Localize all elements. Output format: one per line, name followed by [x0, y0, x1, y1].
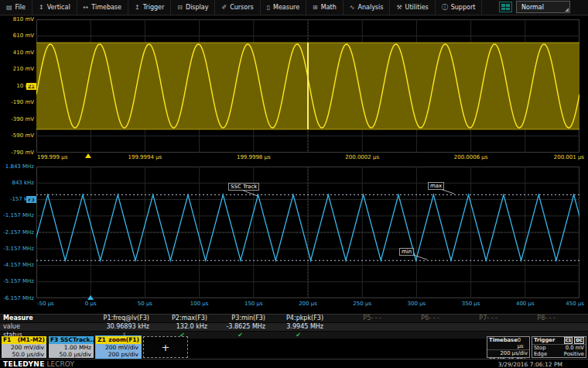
- trigger-label: Trigger: [534, 337, 555, 344]
- trace-box-f3[interactable]: F3 SSCTrack...1.00 MHz50.0 µs/div: [49, 336, 94, 358]
- x-axis-label-topc: 200.0002 µs: [335, 154, 389, 161]
- grid-layout-icon[interactable]: [499, 2, 512, 12]
- measure-table: Measure P1:freq@lv(F3)P2:max(F3)P3:min(F…: [0, 314, 588, 339]
- trace-box-z1[interactable]: Z1zoom(F1)200 mV/div200 ps/div: [96, 336, 141, 358]
- trace-box-scale: 1.00 MHz: [51, 344, 91, 351]
- trigger-descriptor-box[interactable]: Trigger C1 DC Stop 0.0 mV Edge Positive: [532, 336, 586, 358]
- top-graticule-z1-zoom[interactable]: [36, 19, 579, 153]
- x-axis-label-topc: 199.9994 µs: [118, 154, 172, 161]
- menu-item-label: Cursors: [230, 4, 253, 11]
- menu-item-label: File: [15, 4, 26, 11]
- menu-item-math[interactable]: ⊞Math: [306, 0, 344, 15]
- trace-box-scale: 200 mV/div: [98, 344, 138, 351]
- trace-box-header: F3 SSCTrack...: [49, 336, 94, 344]
- utilities-icon: ⚒: [396, 5, 402, 11]
- x-axis-label-botc: 200 µs: [281, 301, 335, 308]
- x-axis-label-topc: 200.0006 µs: [444, 154, 498, 161]
- trace-box-title: Z1: [97, 336, 106, 344]
- menu-item-label: Utilities: [405, 4, 429, 11]
- support-icon: ⓘ: [442, 5, 448, 11]
- x-axis-label-botc: 250 µs: [335, 301, 389, 308]
- measure-value-cell-p3: -3.8625 MHz: [211, 323, 269, 331]
- x-axis-label-botc: 300 µs: [389, 301, 443, 308]
- trace-box-timebase: 50.0 µs/div: [51, 351, 91, 358]
- menu-item-cursors[interactable]: ✐Cursors: [215, 0, 260, 15]
- display-mode-dropdown[interactable]: Normal: [516, 1, 570, 13]
- trace-box-values: 200 mV/div200 ps/div: [96, 344, 141, 358]
- measure-value-cell-p7: [443, 323, 501, 331]
- trace-box-values: 1.00 MHz50.0 µs/div: [49, 344, 94, 358]
- trace-box-timebase: 50.0 µs/div: [4, 351, 44, 358]
- trace-box-timebase: 200 ps/div: [98, 351, 138, 358]
- menu-item-timebase[interactable]: ↔Timebase: [77, 0, 128, 15]
- bottom-graticule-f3-ssctrack[interactable]: [36, 167, 579, 298]
- measure-header-cell-p6[interactable]: P6- - -: [385, 315, 443, 322]
- y-axis-label-top: 610 mV: [0, 33, 34, 40]
- measure-header-cell-p5[interactable]: P5- - -: [327, 315, 385, 322]
- menu-item-measure[interactable]: ▯Measure: [261, 0, 306, 15]
- menu-item-label: Display: [186, 4, 209, 11]
- measure-value-cell-p8: [501, 323, 559, 331]
- timebase-descriptor-box[interactable]: Timebase 0 µs 200 µs/div 80 MS 40 GS/s: [487, 336, 530, 358]
- menu-items: ▤File↕Vertical↔Timebase↥Trigger⊟Display✐…: [0, 0, 482, 15]
- measure-header-cell-p3[interactable]: P3:min(F3): [211, 315, 269, 322]
- trigger-position-marker-bottom[interactable]: [87, 295, 94, 300]
- trace-box-values: 200 mV/div50.0 µs/div: [2, 344, 46, 358]
- measure-header-cell-p1[interactable]: P1:freq@lv(F3): [95, 315, 153, 322]
- display-icon: ⊟: [177, 5, 183, 11]
- measure-header-cell-p4[interactable]: P4:pkpk(F3): [269, 315, 327, 322]
- trigger-level: 0.0 mV: [566, 345, 584, 351]
- x-axis-label-botc: 100 µs: [173, 301, 227, 308]
- y-axis-label-bottom: 843 kHz: [0, 180, 34, 187]
- measure-status-cell-p3: ✔: [211, 332, 269, 339]
- measure-row-label-value: value: [0, 323, 95, 331]
- vertical-icon: ↕: [39, 5, 44, 11]
- menu-item-vertical[interactable]: ↕Vertical: [32, 0, 77, 15]
- menu-item-label: Measure: [273, 4, 299, 11]
- measure-table-title: Measure: [0, 315, 95, 322]
- y-axis-label-top: -390 mV: [0, 116, 34, 123]
- menu-item-label: Timebase: [91, 4, 121, 11]
- measure-header-cell-p7[interactable]: P7- - -: [443, 315, 501, 322]
- timebase-offset: 0 µs: [518, 337, 528, 349]
- trace-box-title: F3 SSCTrack...: [50, 336, 94, 344]
- y-axis-label-bottom: 1.843 MHz: [0, 163, 34, 170]
- trace-box-f1[interactable]: F1(M1-M2)200 mV/div50.0 µs/div: [2, 336, 46, 358]
- measure-value-cell-p5: [327, 323, 385, 331]
- menu-item-file[interactable]: ▤File: [0, 0, 32, 15]
- menu-item-label: Analysis: [357, 4, 383, 11]
- menu-item-analysis[interactable]: ∿Analysis: [344, 0, 391, 15]
- menu-item-utilities[interactable]: ⚒Utilities: [390, 0, 435, 15]
- trigger-position-marker-top[interactable]: [85, 153, 91, 158]
- timebase-per-div: 200 µs/div: [500, 350, 528, 356]
- measure-header-cell-p8[interactable]: P8- - -: [501, 315, 559, 322]
- oscilloscope-screen: ▤File↕Vertical↔Timebase↥Trigger⊟Display✐…: [0, 0, 588, 368]
- z1-zero-level-badge[interactable]: Z1: [26, 83, 36, 90]
- menu-item-support[interactable]: ⓘSupport: [436, 0, 483, 15]
- y-axis-label-bottom: -1.157 MHz: [0, 212, 34, 219]
- menu-item-display[interactable]: ⊟Display: [171, 0, 215, 15]
- trigger-source-badge: C1: [564, 337, 573, 344]
- trigger-icon: ↥: [135, 5, 140, 11]
- measure-icon: ▯: [267, 5, 270, 11]
- trigger-slope: Positive: [564, 351, 584, 357]
- y-axis-label-bottom: -2.157 MHz: [0, 229, 34, 236]
- measure-value-cell-p4: 3.9945 MHz: [269, 323, 327, 331]
- math-icon: ⊞: [313, 5, 318, 11]
- trace-box-scale: 200 mV/div: [4, 344, 44, 351]
- y-axis-label-bottom: -3.157 MHz: [0, 246, 34, 253]
- menu-item-label: Math: [321, 4, 337, 11]
- measure-header-cell-p2[interactable]: P2:max(F3): [153, 315, 211, 322]
- file-icon: ▤: [6, 5, 12, 11]
- x-axis-label-topc: 199.999 µs: [37, 154, 91, 161]
- measure-value-cell-p1: 30.96893 kHz: [95, 323, 153, 331]
- y-axis-label-top: -190 mV: [0, 99, 34, 106]
- cursors-icon: ✐: [221, 5, 227, 11]
- measure-value-cell-p6: [385, 323, 443, 331]
- footer-bar: TELEDYNELECROY 3/29/2016 7:06:12 PM: [0, 359, 588, 368]
- y-axis-label-top: 410 mV: [0, 50, 34, 57]
- f3-zero-level-badge[interactable]: F3: [26, 196, 36, 203]
- measure-status-cell-p6: [385, 332, 443, 339]
- menu-item-trigger[interactable]: ↥Trigger: [128, 0, 171, 15]
- add-trace-button[interactable]: +: [143, 336, 188, 358]
